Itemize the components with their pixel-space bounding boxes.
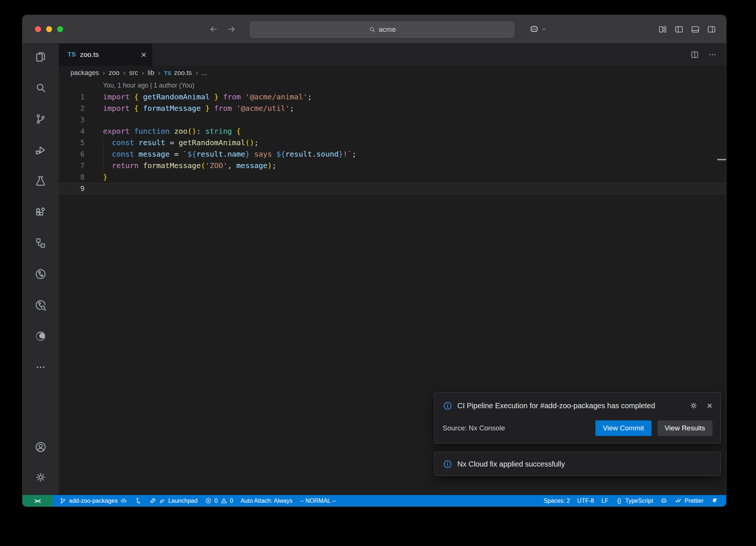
- breadcrumb-item-lib[interactable]: lib: [148, 69, 154, 77]
- minimize-window-button[interactable]: [46, 26, 52, 32]
- more-icon: [34, 361, 47, 373]
- copilot-status[interactable]: [657, 495, 671, 506]
- activity-item-hierarchy[interactable]: [34, 236, 47, 250]
- notification-toasts: CI Pipeline Execution for #add-zoo-packa…: [434, 392, 721, 476]
- line-number: 6: [59, 149, 85, 160]
- notifications-bell[interactable]: [707, 495, 722, 506]
- eol-status-label: LF: [601, 498, 608, 504]
- view-commit-button[interactable]: View Commit: [595, 420, 652, 436]
- layout-controls: [658, 15, 717, 43]
- formatter-status[interactable]: ✓✓Prettier: [671, 495, 707, 506]
- breadcrumb-separator: ›: [103, 69, 105, 77]
- code-line-8[interactable]: 8}: [59, 171, 726, 183]
- more-actions-icon[interactable]: [708, 50, 717, 59]
- auto-attach-status-label: Auto Attach: Always: [241, 498, 293, 504]
- line-number: 7: [59, 160, 85, 171]
- code-line-7[interactable]: 7 return formatMessage('ZOO', message);: [59, 160, 726, 171]
- activity-item-run-debug[interactable]: [34, 143, 47, 157]
- launchpad-status[interactable]: Launchpad: [145, 495, 201, 506]
- problems-status-label: 0: [230, 498, 233, 504]
- encoding-status[interactable]: UTF-8: [574, 495, 598, 506]
- gitlens-inspect-icon: [34, 299, 47, 311]
- indentation-status[interactable]: Spaces: 2: [540, 495, 574, 506]
- testing-icon: [34, 175, 47, 187]
- edge-icon: [34, 330, 47, 342]
- title-bar: acme: [23, 15, 726, 44]
- code-line-3[interactable]: 3: [59, 114, 726, 126]
- cloud-upload-icon: [120, 497, 127, 504]
- problems-status-label: 0: [214, 498, 218, 504]
- problems-status[interactable]: 00: [201, 495, 237, 506]
- code-line-5[interactable]: 5 const result = getRandomAnimal();: [59, 137, 726, 149]
- remote-icon: ><: [34, 497, 41, 505]
- activity-item-source-control[interactable]: [34, 112, 47, 126]
- forward-icon[interactable]: [227, 24, 236, 34]
- activity-item-gitlens-inspect[interactable]: [34, 298, 47, 312]
- vim-mode-status[interactable]: -- NORMAL --: [296, 495, 340, 506]
- TS-icon: TS: [164, 70, 171, 76]
- activity-item-edge[interactable]: [34, 330, 47, 343]
- copilot-icon: [660, 497, 667, 504]
- breadcrumb-item-src[interactable]: src: [129, 69, 138, 77]
- language-status[interactable]: {}TypeScript: [612, 495, 657, 506]
- indentation-status-label: Spaces: 2: [544, 498, 570, 504]
- layout-sidebar-left-icon[interactable]: [674, 24, 684, 34]
- code-line-6[interactable]: 6 const message = `${result.name} says $…: [59, 149, 726, 160]
- copilot-menu[interactable]: [529, 15, 547, 43]
- breadcrumb-separator: ›: [158, 69, 160, 77]
- settings-gear-icon[interactable]: [689, 401, 698, 410]
- activity-item-testing[interactable]: [34, 174, 47, 188]
- breadcrumb-item-zoo[interactable]: zoo: [109, 69, 119, 77]
- tab-zoo-ts[interactable]: TS zoo.ts ×: [59, 44, 152, 66]
- breadcrumb-item-packages[interactable]: packages: [71, 69, 99, 77]
- line-number: 9: [59, 183, 85, 194]
- formatter-status-label: Prettier: [684, 498, 704, 504]
- run-debug-icon: [34, 144, 47, 156]
- back-icon[interactable]: [209, 24, 219, 34]
- layout-customize-icon[interactable]: [658, 24, 668, 34]
- line-number: 2: [59, 103, 85, 114]
- eol-status[interactable]: LF: [598, 495, 612, 506]
- close-window-button[interactable]: [35, 26, 41, 32]
- code-line-9[interactable]: 9: [59, 183, 726, 194]
- activity-item-extensions[interactable]: [34, 205, 47, 219]
- desktop-background: acme TS zoo.ts ×: [0, 0, 756, 546]
- activity-item-commit-graph[interactable]: [34, 267, 47, 281]
- zoom-window-button[interactable]: [57, 26, 63, 32]
- line-content: import { getRandomAnimal } from '@acme/a…: [85, 91, 312, 103]
- line-content: [85, 183, 103, 194]
- activity-item-account[interactable]: [34, 440, 47, 454]
- git-branch-status-label: add-zoo-packages: [69, 498, 118, 504]
- settings-gear-icon: [34, 471, 47, 484]
- auto-attach-status[interactable]: Auto Attach: Always: [237, 495, 296, 506]
- git-commit-icon: [135, 497, 142, 504]
- code-line-4[interactable]: 4export function zoo(): string {: [59, 126, 726, 137]
- layout-sidebar-right-icon[interactable]: [707, 24, 717, 34]
- breadcrumb-tail[interactable]: ...: [202, 69, 207, 77]
- breadcrumb-item-file[interactable]: TSzoo.ts: [164, 69, 192, 77]
- line-content: import { formatMessage } from '@acme/uti…: [85, 103, 294, 114]
- close-toast-icon[interactable]: ×: [707, 401, 712, 410]
- activity-item-explorer[interactable]: [34, 50, 47, 64]
- close-tab-icon[interactable]: ×: [141, 50, 147, 59]
- activity-item-more[interactable]: [34, 361, 47, 374]
- activity-item-settings-gear[interactable]: [34, 471, 47, 484]
- chevron-down-icon: [541, 26, 547, 32]
- check-all-icon: ✓✓: [675, 497, 682, 504]
- remote-indicator[interactable]: ><: [23, 495, 53, 506]
- code-line-1[interactable]: 1import { getRandomAnimal } from '@acme/…: [59, 91, 726, 103]
- command-center-search[interactable]: acme: [250, 21, 514, 38]
- editor-group: TS zoo.ts × packages›zoo›src›lib›TSzoo.t…: [59, 44, 726, 495]
- git-branch-icon: [59, 497, 66, 504]
- split-editor-icon[interactable]: [690, 50, 700, 59]
- info-icon: [443, 459, 453, 469]
- git-branch-status[interactable]: add-zoo-packages: [56, 495, 131, 506]
- activity-item-search[interactable]: [34, 81, 47, 95]
- activity-bar-top: [34, 50, 47, 374]
- error-circle-icon: [205, 497, 212, 504]
- toast-source: Source: Nx Console: [443, 424, 505, 432]
- view-results-button[interactable]: View Results: [657, 420, 712, 436]
- layout-panel-bottom-icon[interactable]: [690, 24, 700, 34]
- git-commit-status[interactable]: [131, 495, 145, 506]
- code-line-2[interactable]: 2import { formatMessage } from '@acme/ut…: [59, 103, 726, 114]
